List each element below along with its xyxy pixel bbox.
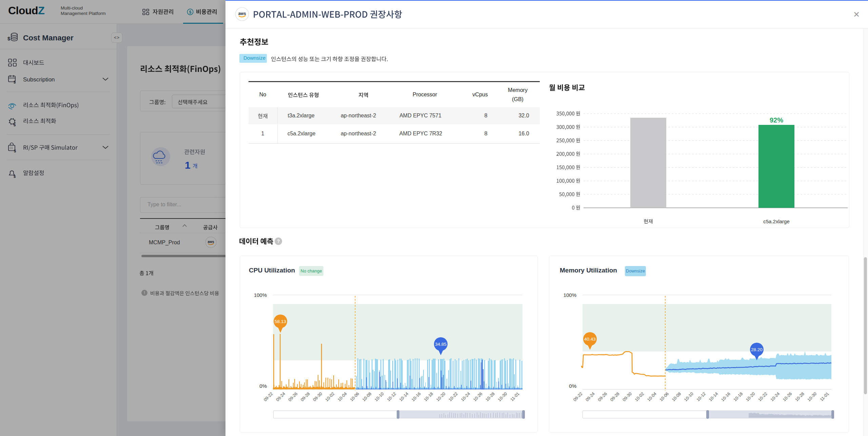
svg-text:10-18: 10-18 [423, 391, 434, 402]
svg-text:100%: 100% [564, 292, 576, 298]
svg-text:09-30: 09-30 [312, 391, 323, 402]
svg-text:10-18: 10-18 [733, 391, 744, 402]
svg-text:11-01: 11-01 [510, 391, 520, 402]
svg-text:09-26: 09-26 [597, 391, 608, 402]
svg-text:10-14: 10-14 [708, 391, 719, 402]
svg-text:10-20: 10-20 [435, 391, 447, 402]
svg-text:11-01: 11-01 [819, 391, 830, 402]
svg-text:10-08: 10-08 [361, 391, 373, 402]
svg-text:c5a.2xlarge: c5a.2xlarge [763, 219, 790, 224]
svg-text:09-30: 09-30 [622, 391, 633, 402]
svg-text:09-22: 09-22 [572, 391, 584, 402]
svg-text:10-16: 10-16 [720, 391, 731, 402]
svg-text:10-30: 10-30 [807, 391, 818, 402]
svg-text:10-02: 10-02 [634, 391, 645, 402]
svg-text:10-26: 10-26 [782, 391, 793, 402]
svg-text:92%: 92% [770, 116, 783, 124]
svg-text:10-04: 10-04 [337, 391, 348, 402]
svg-text:10-22: 10-22 [448, 391, 459, 402]
svg-text:58.13: 58.13 [275, 319, 286, 324]
svg-text:10-10: 10-10 [683, 391, 694, 402]
svg-text:10-10: 10-10 [374, 391, 385, 402]
svg-text:0%: 0% [259, 383, 267, 389]
svg-text:10-08: 10-08 [671, 391, 682, 402]
svg-text:10-16: 10-16 [411, 391, 422, 402]
svg-text:10-06: 10-06 [659, 391, 670, 402]
svg-text:09-28: 09-28 [300, 391, 311, 402]
svg-text:10-28: 10-28 [794, 391, 805, 402]
svg-text:09-22: 09-22 [263, 391, 274, 402]
svg-text:10-26: 10-26 [472, 391, 484, 402]
svg-text:10-22: 10-22 [757, 391, 768, 402]
svg-text:10-30: 10-30 [497, 391, 508, 402]
svg-text:09-28: 09-28 [609, 391, 620, 402]
svg-text:10-12: 10-12 [386, 391, 397, 402]
svg-text:0%: 0% [569, 383, 576, 389]
svg-text:100%: 100% [254, 292, 267, 298]
svg-text:aws: aws [238, 11, 246, 16]
svg-text:10-06: 10-06 [349, 391, 360, 402]
svg-text:10-02: 10-02 [324, 391, 336, 402]
svg-text:10-28: 10-28 [485, 391, 496, 402]
svg-text:10-20: 10-20 [745, 391, 756, 402]
svg-text:10-14: 10-14 [398, 391, 410, 402]
svg-text:10-24: 10-24 [460, 391, 471, 402]
svg-text:10-12: 10-12 [696, 391, 707, 402]
svg-text:09-24: 09-24 [585, 391, 596, 402]
svg-text:28.20: 28.20 [751, 347, 763, 352]
svg-text:34.85: 34.85 [435, 342, 447, 347]
svg-text:40.43: 40.43 [584, 337, 596, 342]
svg-text:09-26: 09-26 [288, 391, 299, 402]
svg-text:10-04: 10-04 [646, 391, 657, 402]
svg-text:10-24: 10-24 [770, 391, 781, 402]
svg-text:09-24: 09-24 [275, 391, 287, 402]
